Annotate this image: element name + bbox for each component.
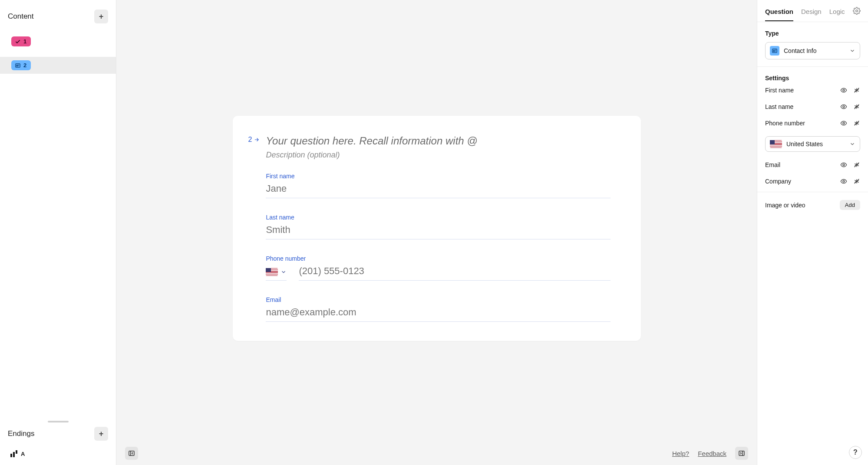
svg-point-15: [843, 180, 845, 182]
help-fab[interactable]: ?: [849, 446, 862, 459]
setting-last-name-label: Last name: [765, 103, 834, 110]
default-country-select[interactable]: United States: [765, 136, 860, 152]
tab-design[interactable]: Design: [801, 8, 822, 21]
content-title: Content: [8, 12, 34, 21]
setting-company-label: Company: [765, 178, 834, 185]
collapse-left-button[interactable]: [125, 447, 138, 460]
question-badge-welcome: 1: [11, 36, 31, 46]
question-item-2[interactable]: 2: [0, 57, 116, 74]
ending-index: A: [21, 451, 25, 457]
contact-card-icon: [15, 62, 21, 69]
field-last-name: Last name: [266, 214, 610, 239]
plus-icon: +: [99, 429, 104, 439]
content-section-header: Content +: [0, 0, 116, 31]
flag-us-icon: [770, 140, 782, 148]
right-panel-tabs: Question Design Logic: [757, 0, 868, 22]
svg-point-13: [843, 164, 845, 166]
add-question-button[interactable]: +: [94, 10, 108, 23]
email-label: Email: [266, 296, 610, 303]
add-ending-button[interactable]: +: [94, 427, 108, 441]
question-badge-contact: 2: [11, 60, 31, 70]
required-toggle-company[interactable]: [853, 178, 860, 185]
setting-first-name-label: First name: [765, 87, 834, 94]
svg-point-4: [855, 10, 858, 12]
visibility-toggle-phone[interactable]: [840, 120, 847, 127]
visibility-toggle-company[interactable]: [840, 178, 847, 185]
setting-company: Company: [765, 178, 860, 185]
required-toggle-phone[interactable]: [853, 120, 860, 127]
ending-item-a[interactable]: A: [8, 449, 116, 459]
chevron-down-icon: [849, 48, 855, 54]
panel-settings-button[interactable]: [853, 7, 861, 22]
visibility-toggle-email[interactable]: [840, 161, 847, 168]
svg-rect-0: [16, 63, 20, 67]
contact-type-icon: [770, 46, 779, 56]
phone-country-select[interactable]: [266, 268, 287, 281]
chevron-down-icon: [281, 269, 287, 275]
asterisk-off-icon: [853, 178, 860, 185]
right-panel: Question Design Logic Type Contact Info …: [757, 0, 868, 465]
svg-point-6: [773, 50, 774, 51]
question-index-1: 1: [23, 38, 26, 45]
phone-label: Phone number: [266, 255, 610, 262]
field-email: Email: [266, 296, 610, 322]
type-section: Type Contact Info: [757, 22, 868, 67]
setting-first-name: First name: [765, 87, 860, 94]
question-title-input[interactable]: Your question here. Recall information w…: [266, 135, 610, 147]
eye-icon: [840, 120, 847, 127]
panel-right-collapse-icon: [738, 449, 746, 457]
type-label: Type: [765, 30, 860, 37]
visibility-toggle-last-name[interactable]: [840, 103, 847, 110]
last-name-input[interactable]: [266, 223, 610, 239]
question-description-input[interactable]: Description (optional): [266, 151, 610, 160]
email-input[interactable]: [266, 305, 610, 322]
question-card: 2 Your question here. Recall information…: [233, 116, 641, 341]
canvas-area: 2 Your question here. Recall information…: [116, 0, 757, 465]
asterisk-off-icon: [853, 120, 860, 127]
canvas-footer: Help? Feedback: [116, 442, 757, 465]
left-sidebar: Content + 1 2 Endings +: [0, 0, 116, 465]
settings-section: Settings First name Last name: [757, 67, 868, 192]
endings-title: Endings: [8, 429, 34, 438]
question-item-1[interactable]: 1: [8, 33, 112, 50]
setting-phone-label: Phone number: [765, 120, 834, 127]
media-section: Image or video Add: [757, 192, 868, 218]
required-toggle-last-name[interactable]: [853, 103, 860, 110]
required-toggle-email[interactable]: [853, 161, 860, 168]
eye-icon: [840, 161, 847, 168]
first-name-input[interactable]: [266, 181, 610, 198]
collapse-right-button[interactable]: [735, 447, 748, 460]
svg-point-11: [843, 122, 845, 124]
flag-us-icon: [266, 268, 278, 276]
country-selected-value: United States: [786, 141, 845, 147]
feedback-link[interactable]: Feedback: [698, 450, 726, 457]
setting-email-label: Email: [765, 161, 834, 168]
svg-rect-5: [772, 49, 777, 52]
asterisk-off-icon: [853, 161, 860, 168]
tab-logic[interactable]: Logic: [829, 8, 845, 21]
visibility-toggle-first-name[interactable]: [840, 87, 847, 94]
plus-icon: +: [99, 12, 104, 21]
setting-email: Email: [765, 161, 860, 168]
add-media-button[interactable]: Add: [840, 200, 860, 210]
svg-point-7: [843, 89, 845, 91]
asterisk-off-icon: [853, 103, 860, 110]
chevron-down-icon: [849, 141, 855, 147]
tab-question[interactable]: Question: [765, 8, 793, 21]
eye-icon: [840, 178, 847, 185]
phone-input[interactable]: [299, 264, 610, 281]
setting-last-name: Last name: [765, 103, 860, 110]
question-type-select[interactable]: Contact Info: [765, 42, 860, 59]
eye-icon: [840, 103, 847, 110]
question-number: 2: [248, 136, 260, 144]
help-link[interactable]: Help?: [672, 450, 689, 457]
field-first-name: First name: [266, 173, 610, 198]
gear-icon: [853, 7, 861, 15]
settings-label: Settings: [765, 75, 860, 82]
type-selected-value: Contact Info: [784, 47, 845, 54]
setting-phone: Phone number: [765, 120, 860, 127]
svg-point-1: [17, 65, 17, 65]
required-toggle-first-name[interactable]: [853, 87, 860, 94]
endings-section-header: Endings +: [0, 422, 116, 447]
arrow-right-icon: [254, 137, 260, 143]
